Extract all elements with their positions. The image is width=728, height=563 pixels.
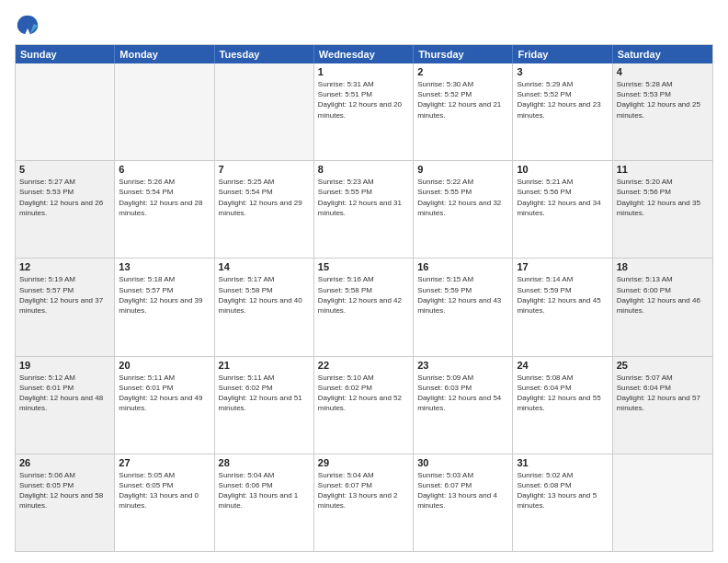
cell-info: Sunrise: 5:12 AMSunset: 6:01 PMDaylight:… — [19, 373, 110, 414]
day-number: 13 — [119, 261, 210, 272]
calendar-cell: 12Sunrise: 5:19 AMSunset: 5:57 PMDayligh… — [16, 259, 115, 355]
calendar-cell: 8Sunrise: 5:23 AMSunset: 5:55 PMDaylight… — [314, 161, 414, 258]
calendar: SundayMondayTuesdayWednesdayThursdayFrid… — [15, 44, 713, 552]
cell-info: Sunrise: 5:30 AMSunset: 5:52 PMDaylight:… — [417, 79, 508, 121]
day-number: 20 — [119, 360, 210, 371]
calendar-cell — [16, 63, 115, 160]
cell-info: Sunrise: 5:04 AMSunset: 6:07 PMDaylight:… — [318, 470, 409, 511]
weekday-header: Thursday — [414, 45, 513, 63]
cell-info: Sunrise: 5:20 AMSunset: 5:56 PMDaylight:… — [617, 177, 709, 218]
calendar-cell — [613, 454, 712, 551]
cell-info: Sunrise: 5:05 AMSunset: 6:05 PMDaylight:… — [119, 470, 210, 511]
day-number: 5 — [19, 164, 110, 175]
day-number: 7 — [219, 164, 310, 175]
calendar-cell: 4Sunrise: 5:28 AMSunset: 5:53 PMDaylight… — [613, 63, 712, 160]
calendar-cell: 6Sunrise: 5:26 AMSunset: 5:54 PMDaylight… — [115, 161, 214, 258]
calendar-cell: 30Sunrise: 5:03 AMSunset: 6:07 PMDayligh… — [414, 454, 513, 551]
calendar-body: 1Sunrise: 5:31 AMSunset: 5:51 PMDaylight… — [16, 63, 712, 551]
day-number: 31 — [517, 457, 608, 468]
calendar-cell: 13Sunrise: 5:18 AMSunset: 5:57 PMDayligh… — [115, 259, 214, 355]
logo — [15, 11, 44, 37]
calendar-cell: 2Sunrise: 5:30 AMSunset: 5:52 PMDaylight… — [414, 63, 513, 160]
day-number: 10 — [517, 164, 608, 175]
calendar-cell: 21Sunrise: 5:11 AMSunset: 6:02 PMDayligh… — [215, 357, 314, 454]
calendar-row: 5Sunrise: 5:27 AMSunset: 5:53 PMDaylight… — [16, 161, 712, 259]
page: SundayMondayTuesdayWednesdayThursdayFrid… — [0, 0, 728, 563]
cell-info: Sunrise: 5:29 AMSunset: 5:52 PMDaylight:… — [517, 79, 608, 121]
day-number: 3 — [517, 66, 608, 77]
day-number: 16 — [417, 261, 508, 272]
calendar-row: 19Sunrise: 5:12 AMSunset: 6:01 PMDayligh… — [16, 357, 712, 454]
calendar-cell: 29Sunrise: 5:04 AMSunset: 6:07 PMDayligh… — [314, 454, 414, 551]
cell-info: Sunrise: 5:04 AMSunset: 6:06 PMDaylight:… — [219, 470, 310, 511]
weekday-header: Friday — [513, 45, 612, 63]
day-number: 27 — [119, 457, 210, 468]
day-number: 19 — [19, 360, 110, 371]
weekday-header: Tuesday — [215, 45, 314, 63]
cell-info: Sunrise: 5:11 AMSunset: 6:02 PMDaylight:… — [219, 373, 310, 414]
calendar-cell: 28Sunrise: 5:04 AMSunset: 6:06 PMDayligh… — [215, 454, 314, 551]
calendar-cell: 10Sunrise: 5:21 AMSunset: 5:56 PMDayligh… — [513, 161, 612, 258]
day-number: 24 — [517, 360, 608, 371]
day-number: 6 — [119, 164, 210, 175]
day-number: 11 — [617, 164, 709, 175]
day-number: 22 — [318, 360, 409, 371]
cell-info: Sunrise: 5:17 AMSunset: 5:58 PMDaylight:… — [219, 274, 310, 316]
cell-info: Sunrise: 5:10 AMSunset: 6:02 PMDaylight:… — [318, 373, 409, 414]
weekday-header: Saturday — [613, 45, 712, 63]
day-number: 28 — [219, 457, 310, 468]
weekday-header: Wednesday — [314, 45, 414, 63]
day-number: 8 — [318, 164, 409, 175]
calendar-header: SundayMondayTuesdayWednesdayThursdayFrid… — [16, 45, 712, 63]
calendar-cell: 20Sunrise: 5:11 AMSunset: 6:01 PMDayligh… — [115, 357, 214, 454]
cell-info: Sunrise: 5:08 AMSunset: 6:04 PMDaylight:… — [517, 373, 608, 414]
cell-info: Sunrise: 5:19 AMSunset: 5:57 PMDaylight:… — [19, 274, 110, 316]
cell-info: Sunrise: 5:27 AMSunset: 5:53 PMDaylight:… — [19, 177, 110, 218]
day-number: 23 — [417, 360, 508, 371]
cell-info: Sunrise: 5:02 AMSunset: 6:08 PMDaylight:… — [517, 470, 608, 511]
calendar-cell: 3Sunrise: 5:29 AMSunset: 5:52 PMDaylight… — [513, 63, 612, 160]
calendar-cell — [215, 63, 314, 160]
day-number: 25 — [617, 360, 709, 371]
day-number: 21 — [219, 360, 310, 371]
calendar-cell: 11Sunrise: 5:20 AMSunset: 5:56 PMDayligh… — [613, 161, 712, 258]
day-number: 30 — [417, 457, 508, 468]
cell-info: Sunrise: 5:25 AMSunset: 5:54 PMDaylight:… — [219, 177, 310, 218]
cell-info: Sunrise: 5:21 AMSunset: 5:56 PMDaylight:… — [517, 177, 608, 218]
day-number: 14 — [219, 261, 310, 272]
cell-info: Sunrise: 5:07 AMSunset: 6:04 PMDaylight:… — [617, 373, 709, 414]
calendar-cell: 22Sunrise: 5:10 AMSunset: 6:02 PMDayligh… — [314, 357, 414, 454]
calendar-cell: 16Sunrise: 5:15 AMSunset: 5:59 PMDayligh… — [414, 259, 513, 355]
header — [15, 11, 713, 37]
cell-info: Sunrise: 5:06 AMSunset: 6:05 PMDaylight:… — [19, 470, 110, 511]
calendar-cell: 5Sunrise: 5:27 AMSunset: 5:53 PMDaylight… — [16, 161, 115, 258]
calendar-cell: 24Sunrise: 5:08 AMSunset: 6:04 PMDayligh… — [513, 357, 612, 454]
logo-icon — [15, 11, 40, 37]
calendar-row: 1Sunrise: 5:31 AMSunset: 5:51 PMDaylight… — [16, 63, 712, 161]
day-number: 1 — [318, 66, 409, 77]
calendar-cell: 31Sunrise: 5:02 AMSunset: 6:08 PMDayligh… — [513, 454, 612, 551]
day-number: 4 — [617, 66, 709, 77]
cell-info: Sunrise: 5:16 AMSunset: 5:58 PMDaylight:… — [318, 274, 409, 316]
cell-info: Sunrise: 5:28 AMSunset: 5:53 PMDaylight:… — [617, 79, 709, 121]
day-number: 15 — [318, 261, 409, 272]
day-number: 2 — [417, 66, 508, 77]
calendar-cell: 1Sunrise: 5:31 AMSunset: 5:51 PMDaylight… — [314, 63, 414, 160]
calendar-cell: 14Sunrise: 5:17 AMSunset: 5:58 PMDayligh… — [215, 259, 314, 355]
calendar-cell: 25Sunrise: 5:07 AMSunset: 6:04 PMDayligh… — [613, 357, 712, 454]
calendar-cell: 17Sunrise: 5:14 AMSunset: 5:59 PMDayligh… — [513, 259, 612, 355]
cell-info: Sunrise: 5:22 AMSunset: 5:55 PMDaylight:… — [417, 177, 508, 218]
cell-info: Sunrise: 5:11 AMSunset: 6:01 PMDaylight:… — [119, 373, 210, 414]
calendar-cell — [115, 63, 214, 160]
day-number: 26 — [19, 457, 110, 468]
calendar-cell: 18Sunrise: 5:13 AMSunset: 6:00 PMDayligh… — [613, 259, 712, 355]
cell-info: Sunrise: 5:23 AMSunset: 5:55 PMDaylight:… — [318, 177, 409, 218]
calendar-cell: 9Sunrise: 5:22 AMSunset: 5:55 PMDaylight… — [414, 161, 513, 258]
calendar-cell: 19Sunrise: 5:12 AMSunset: 6:01 PMDayligh… — [16, 357, 115, 454]
day-number: 18 — [617, 261, 709, 272]
day-number: 12 — [19, 261, 110, 272]
cell-info: Sunrise: 5:13 AMSunset: 6:00 PMDaylight:… — [617, 274, 709, 316]
cell-info: Sunrise: 5:15 AMSunset: 5:59 PMDaylight:… — [417, 274, 508, 316]
calendar-cell: 27Sunrise: 5:05 AMSunset: 6:05 PMDayligh… — [115, 454, 214, 551]
calendar-cell: 26Sunrise: 5:06 AMSunset: 6:05 PMDayligh… — [16, 454, 115, 551]
